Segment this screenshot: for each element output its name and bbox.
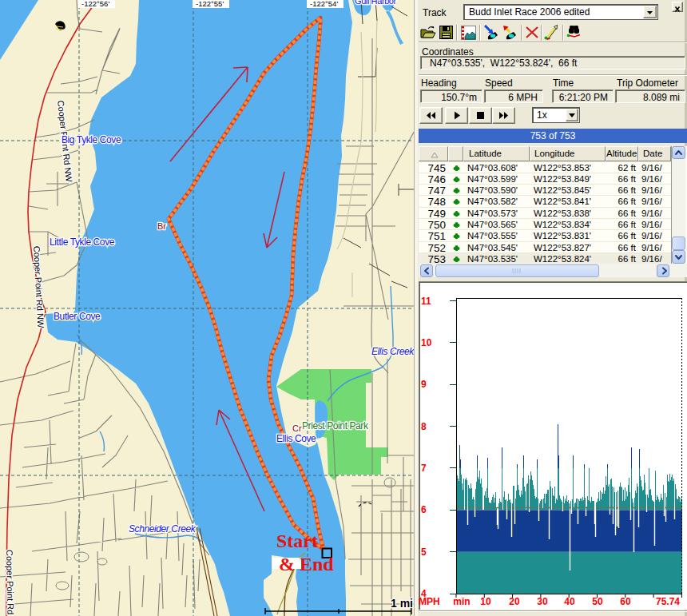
svg-text:Little Tykle Cove: Little Tykle Cove [50, 236, 115, 248]
svg-text:6: 6 [421, 504, 427, 515]
svg-text:40: 40 [564, 596, 575, 607]
svg-text:60: 60 [620, 596, 631, 607]
svg-text:Cr: Cr [292, 423, 302, 433]
svg-text:Br: Br [157, 221, 166, 231]
svg-text:-122°54': -122°54' [310, 0, 338, 8]
svg-text:Butler Cove: Butler Cove [54, 311, 101, 322]
svg-text:20: 20 [509, 596, 520, 607]
svg-text:11: 11 [421, 296, 431, 307]
svg-text:Start: Start [276, 531, 318, 551]
svg-text:10: 10 [421, 337, 432, 348]
svg-text:Priest Point Park: Priest Point Park [302, 420, 369, 431]
svg-text:MPH: MPH [419, 596, 440, 607]
svg-text:Schneider Creek: Schneider Creek [129, 523, 197, 535]
svg-text:50: 50 [592, 596, 603, 607]
svg-text:Ellis Creek: Ellis Creek [371, 346, 415, 357]
svg-text:10: 10 [480, 596, 491, 607]
svg-text:Ellis Cove: Ellis Cove [276, 433, 316, 444]
svg-text:Cooper Point Rd: Cooper Point Rd [5, 550, 15, 615]
svg-text:min: min [453, 596, 470, 607]
svg-text:5: 5 [421, 546, 427, 558]
svg-text:75.74: 75.74 [656, 596, 680, 607]
svg-text:1 mi: 1 mi [391, 597, 413, 610]
svg-text:Big Tykle Cove: Big Tykle Cove [62, 134, 121, 145]
svg-text:30: 30 [537, 596, 548, 607]
svg-text:& End: & End [279, 554, 334, 574]
svg-text:-122°55': -122°55' [196, 0, 224, 8]
svg-text:8: 8 [421, 421, 427, 432]
svg-text:Gull Harbor: Gull Harbor [355, 0, 397, 6]
svg-text:7: 7 [421, 463, 427, 474]
svg-text:9: 9 [421, 379, 427, 390]
svg-text:-122°56': -122°56' [81, 0, 109, 8]
